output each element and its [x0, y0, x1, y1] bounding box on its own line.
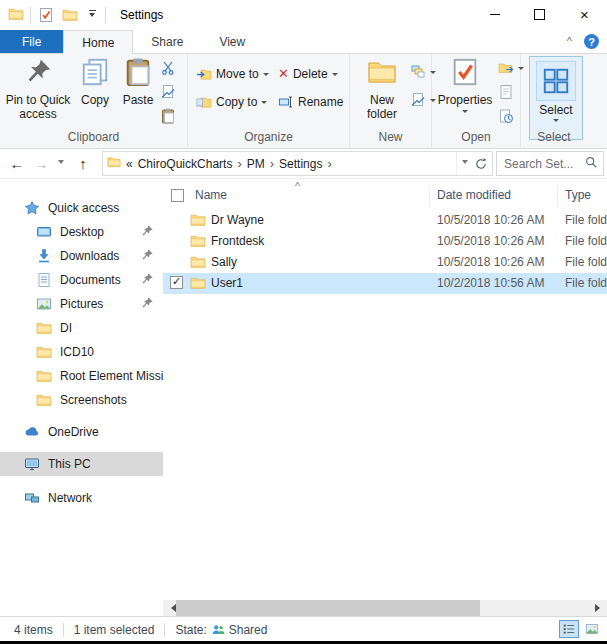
- file-row-user1[interactable]: User1 10/2/2018 10:56 AM File folder: [163, 273, 607, 294]
- help-icon[interactable]: ?: [584, 34, 599, 49]
- breadcrumb-pm[interactable]: PM: [247, 157, 265, 171]
- properties-icon: [450, 57, 480, 91]
- folder-icon: [36, 344, 52, 360]
- chevron-right-icon[interactable]: ›: [327, 156, 331, 171]
- column-header-date-modified[interactable]: Date modified: [437, 188, 511, 202]
- search-icon[interactable]: [584, 155, 598, 172]
- sidebar-item-quick-access[interactable]: Quick access: [0, 196, 163, 220]
- sidebar-item-icd10[interactable]: ICD10: [0, 340, 163, 364]
- paste-shortcut-button[interactable]: [160, 108, 176, 124]
- tab-file[interactable]: File: [0, 30, 63, 53]
- up-button[interactable]: ↑: [72, 148, 94, 178]
- maximize-button[interactable]: [517, 0, 562, 29]
- move-to-button[interactable]: Move to: [196, 66, 269, 82]
- clipboard-group-label: Clipboard: [0, 130, 187, 144]
- breadcrumb: « ChiroQuickCharts › PM › Settings ›: [102, 151, 478, 176]
- copy-to-button[interactable]: Copy to: [196, 94, 267, 110]
- window-controls: ×: [472, 0, 607, 29]
- horizontal-scrollbar[interactable]: [163, 600, 607, 616]
- select-group-label: Select: [521, 130, 587, 144]
- pictures-icon: [36, 296, 52, 312]
- chevron-down-icon: [263, 73, 269, 79]
- downloads-icon: [36, 248, 52, 264]
- column-header-name[interactable]: Name: [195, 188, 227, 202]
- breadcrumb-settings[interactable]: Settings: [279, 157, 322, 171]
- this-pc-icon: [24, 456, 40, 472]
- chevron-down-icon: [462, 110, 468, 116]
- tab-home[interactable]: Home: [63, 30, 133, 54]
- details-view-button[interactable]: [559, 620, 579, 638]
- file-row-sally[interactable]: Sally 10/5/2018 10:26 AM File folder: [163, 252, 607, 273]
- column-headers: ^ Name Date modified Type: [163, 184, 607, 208]
- rename-button[interactable]: Rename: [278, 94, 343, 110]
- scrollbar-thumb[interactable]: [176, 600, 480, 616]
- breadcrumb-chiroquickcharts[interactable]: ChiroQuickCharts: [138, 157, 233, 171]
- history-button[interactable]: [498, 108, 514, 124]
- file-list: ^ Name Date modified Type Dr Wayne 10/5/…: [163, 178, 607, 600]
- qat-new-folder-button[interactable]: [61, 6, 79, 24]
- tab-share[interactable]: Share: [133, 30, 201, 53]
- copy-button[interactable]: Copy: [74, 57, 116, 108]
- select-button[interactable]: Select: [529, 56, 583, 140]
- pinned-icon: [140, 272, 154, 289]
- minimize-button[interactable]: [472, 0, 517, 29]
- folder-icon: [36, 368, 52, 384]
- recent-locations-dropdown[interactable]: [53, 148, 69, 178]
- sidebar-item-onedrive[interactable]: OneDrive: [0, 420, 163, 444]
- state-value: Shared: [229, 623, 268, 637]
- back-button[interactable]: ←: [6, 148, 28, 178]
- search-input[interactable]: [497, 157, 584, 171]
- new-folder-icon: [367, 57, 397, 91]
- pin-to-quick-access-button[interactable]: Pin to Quick access: [4, 57, 72, 121]
- view-switcher: [559, 620, 602, 638]
- close-button[interactable]: ×: [562, 0, 607, 29]
- file-row-frontdesk[interactable]: Frontdesk 10/5/2018 10:26 AM File folder: [163, 231, 607, 252]
- tab-view[interactable]: View: [201, 30, 263, 53]
- pinned-icon: [140, 296, 154, 313]
- sidebar-item-desktop[interactable]: Desktop: [0, 220, 163, 244]
- sidebar-item-pictures[interactable]: Pictures: [0, 292, 163, 316]
- history-icon: [498, 108, 514, 124]
- copy-to-icon: [196, 94, 212, 110]
- collapse-ribbon-icon[interactable]: ^: [567, 36, 572, 47]
- sidebar-item-root-element[interactable]: Root Element Missin: [0, 364, 163, 388]
- chevron-down-icon: [553, 119, 559, 125]
- delete-button[interactable]: ✕ Delete: [278, 66, 338, 81]
- scroll-right-button[interactable]: [591, 600, 607, 616]
- breadcrumb-overflow[interactable]: «: [126, 157, 133, 171]
- easy-access-icon: [410, 92, 426, 108]
- chevron-right-icon[interactable]: ›: [237, 156, 241, 171]
- new-folder-button[interactable]: New folder: [354, 57, 410, 121]
- sidebar-item-screenshots[interactable]: Screenshots: [0, 388, 163, 412]
- delete-icon: ✕: [278, 66, 289, 81]
- qat-properties-button[interactable]: [37, 6, 55, 24]
- sidebar-item-di[interactable]: DI: [0, 316, 163, 340]
- column-header-type[interactable]: Type: [565, 188, 591, 202]
- column-divider[interactable]: [429, 187, 430, 205]
- ribbon-group-select: Select Select: [521, 54, 587, 147]
- properties-button[interactable]: Properties: [434, 57, 496, 114]
- sidebar-item-this-pc[interactable]: This PC: [0, 452, 163, 476]
- chevron-down-icon: [332, 73, 338, 79]
- copy-path-button[interactable]: [160, 84, 176, 100]
- refresh-button[interactable]: [470, 151, 493, 176]
- thumbnails-view-button[interactable]: [582, 620, 602, 638]
- folder-icon: [107, 155, 121, 172]
- ribbon-tab-bar: File Home Share View: [0, 30, 607, 54]
- open-group-label: Open: [432, 130, 520, 144]
- copy-icon: [80, 57, 110, 91]
- qat-customize-dropdown[interactable]: [85, 10, 99, 20]
- row-checkbox-checked[interactable]: [170, 276, 183, 289]
- select-all-checkbox[interactable]: [171, 189, 184, 202]
- sidebar-item-downloads[interactable]: Downloads: [0, 244, 163, 268]
- sidebar-item-network[interactable]: Network: [0, 486, 163, 510]
- cut-button[interactable]: [160, 60, 176, 76]
- chevron-right-icon[interactable]: ›: [270, 156, 274, 171]
- column-divider[interactable]: [557, 187, 558, 205]
- edit-button[interactable]: [498, 84, 514, 100]
- state-indicator: State: Shared: [175, 623, 267, 637]
- forward-button[interactable]: →: [30, 148, 52, 178]
- file-row-dr-wayne[interactable]: Dr Wayne 10/5/2018 10:26 AM File folder: [163, 210, 607, 231]
- paste-button[interactable]: Paste: [118, 57, 158, 108]
- sidebar-item-documents[interactable]: Documents: [0, 268, 163, 292]
